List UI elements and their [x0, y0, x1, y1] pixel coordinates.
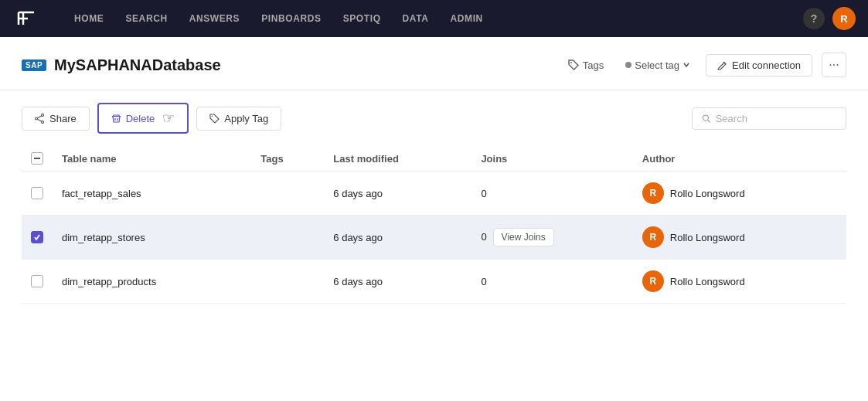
header-checkbox-cell[interactable]	[22, 146, 53, 172]
sap-badge: SAP	[22, 59, 46, 71]
tags-label: Tags	[583, 59, 604, 71]
svg-point-5	[42, 114, 44, 116]
cell-last-modified: 6 days ago	[324, 260, 471, 304]
svg-rect-10	[112, 116, 121, 117]
col-table-name: Table name	[53, 146, 251, 172]
share-icon	[35, 114, 45, 124]
delete-button[interactable]: Delete ☞	[97, 103, 189, 134]
page-title-area: SAP MySAPHANADatabase	[22, 56, 562, 74]
help-button[interactable]: ?	[803, 8, 825, 29]
cell-table-name[interactable]: dim_retapp_products	[53, 260, 251, 304]
svg-point-13	[212, 115, 213, 117]
nav-pinboards[interactable]: PINBOARDS	[252, 8, 330, 29]
cell-last-modified: 6 days ago	[324, 216, 471, 260]
apply-tag-button[interactable]: Apply Tag	[196, 107, 281, 131]
share-label: Share	[49, 113, 77, 124]
nav-search[interactable]: SEARCH	[116, 8, 176, 29]
search-box[interactable]	[692, 107, 846, 130]
tags-button[interactable]: Tags	[562, 56, 610, 75]
table-header-row: Table name Tags Last modified Joins Auth…	[22, 146, 846, 172]
svg-point-7	[36, 117, 38, 120]
svg-line-9	[37, 119, 41, 121]
cell-joins: 0	[471, 172, 632, 216]
page-header: SAP MySAPHANADatabase Tags Select tag	[0, 37, 868, 90]
edit-connection-button[interactable]: Edit connection	[706, 54, 812, 76]
cell-table-name[interactable]: dim_retapp_stores	[53, 216, 251, 260]
col-tags: Tags	[251, 146, 324, 172]
select-tag-button[interactable]: Select tag	[619, 56, 696, 75]
cell-tags	[251, 260, 324, 304]
author-avatar: R	[642, 270, 664, 292]
svg-point-14	[703, 115, 708, 121]
cursor-icon: ☞	[162, 110, 175, 127]
row-checkbox[interactable]	[31, 187, 43, 199]
cell-tags	[251, 172, 324, 216]
cell-author: RRollo Longsword	[633, 260, 846, 304]
nav-logo[interactable]	[12, 5, 40, 32]
data-table: Table name Tags Last modified Joins Auth…	[22, 146, 846, 304]
col-last-modified: Last modified	[324, 146, 471, 172]
select-tag-label: Select tag	[635, 59, 679, 71]
apply-tag-label: Apply Tag	[224, 113, 268, 124]
edit-icon	[717, 60, 727, 70]
nav-home[interactable]: HOME	[65, 8, 113, 29]
view-joins-button[interactable]: View Joins	[493, 228, 554, 246]
cell-last-modified: 6 days ago	[324, 172, 471, 216]
cell-author: RRollo Longsword	[633, 172, 846, 216]
table-wrapper: Table name Tags Last modified Joins Auth…	[0, 146, 868, 304]
nav-links: HOME SEARCH ANSWERS PINBOARDS SPOTIQ DAT…	[65, 8, 785, 29]
col-author: Author	[633, 146, 846, 172]
cell-author: RRollo Longsword	[633, 216, 846, 260]
nav-data[interactable]: DATA	[393, 8, 438, 29]
svg-point-4	[570, 62, 572, 63]
table-row: dim_retapp_stores6 days ago0View JoinsRR…	[22, 216, 846, 260]
delete-label: Delete	[126, 113, 155, 124]
cell-table-name[interactable]: fact_retapp_sales	[53, 172, 251, 216]
toolbar: Share Delete ☞ Apply Tag	[0, 90, 868, 146]
cell-joins: 0	[471, 260, 632, 304]
nav-actions: ? R	[803, 7, 856, 30]
page-title: MySAPHANADatabase	[54, 56, 221, 74]
tag-icon	[568, 59, 579, 70]
table-row: fact_retapp_sales6 days ago0RRollo Longs…	[22, 172, 846, 216]
col-joins: Joins	[471, 146, 632, 172]
navbar: HOME SEARCH ANSWERS PINBOARDS SPOTIQ DAT…	[0, 0, 868, 37]
author-name: Rollo Longsword	[670, 276, 745, 287]
search-icon	[702, 114, 711, 124]
cell-joins: 0View Joins	[471, 216, 632, 260]
cell-tags	[251, 216, 324, 260]
nav-spotiq[interactable]: SPOTIQ	[334, 8, 390, 29]
apply-tag-icon	[209, 114, 220, 124]
row-checkbox[interactable]	[31, 275, 43, 287]
svg-line-15	[708, 120, 710, 122]
edit-connection-label: Edit connection	[732, 59, 801, 71]
user-avatar[interactable]: R	[832, 7, 856, 30]
author-name: Rollo Longsword	[670, 232, 745, 243]
more-options-button[interactable]: ···	[822, 53, 846, 77]
author-avatar: R	[642, 182, 664, 204]
main-content: SAP MySAPHANADatabase Tags Select tag	[0, 37, 868, 401]
select-tag-dot	[625, 62, 631, 68]
svg-line-8	[37, 116, 41, 118]
chevron-down-icon	[682, 61, 690, 69]
row-checkbox[interactable]	[31, 231, 43, 243]
svg-point-6	[42, 121, 44, 123]
nav-admin[interactable]: ADMIN	[441, 8, 492, 29]
select-all-checkbox[interactable]	[31, 152, 43, 165]
delete-icon	[111, 114, 121, 124]
author-name: Rollo Longsword	[670, 188, 745, 199]
nav-answers[interactable]: ANSWERS	[180, 8, 250, 29]
header-actions: Tags Select tag Edit connection ···	[562, 53, 846, 77]
search-input[interactable]	[716, 113, 836, 124]
share-button[interactable]: Share	[22, 107, 90, 131]
author-avatar: R	[642, 226, 664, 248]
table-row: dim_retapp_products6 days ago0RRollo Lon…	[22, 260, 846, 304]
